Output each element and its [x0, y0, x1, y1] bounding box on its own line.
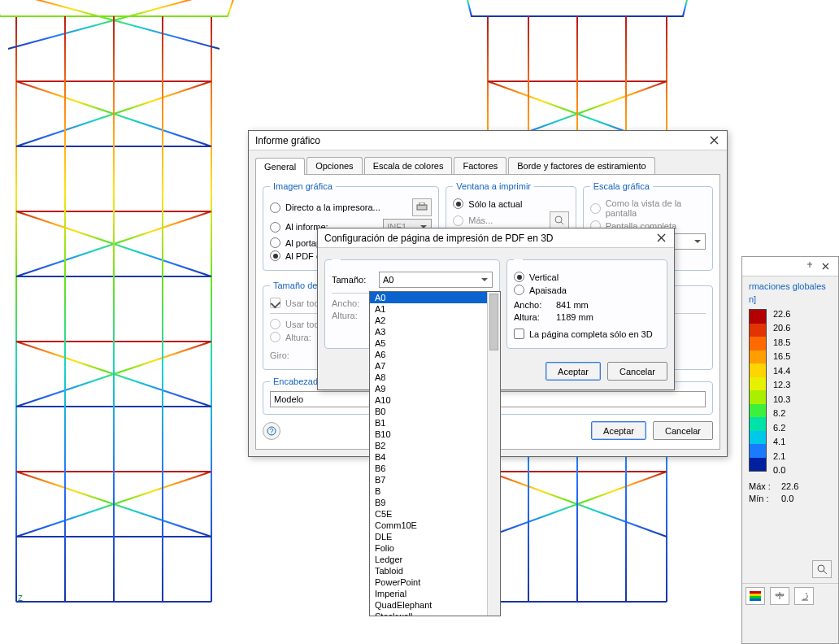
panel-pin-icon[interactable]	[806, 257, 814, 276]
legend-tick: 0.0	[773, 465, 790, 475]
balance-icon[interactable]	[770, 587, 789, 605]
combo-option[interactable]: Imperial	[370, 588, 500, 599]
combo-option[interactable]: Ledger	[370, 554, 500, 565]
combo-option[interactable]: B1	[370, 417, 500, 429]
microscope-icon[interactable]	[794, 587, 814, 605]
max-value: 22.6	[781, 481, 798, 491]
svg-point-5	[818, 565, 824, 572]
radio-al-portapapeles[interactable]	[270, 237, 280, 248]
min-label: Mín :	[749, 494, 776, 503]
tab-opciones[interactable]: Opciones	[306, 157, 362, 174]
combo-option[interactable]: B7	[370, 474, 500, 485]
results-legend-panel: rmaciones globales n] 22.620.618.516.514…	[741, 256, 839, 644]
pdf-aceptar-button[interactable]: Aceptar	[546, 362, 601, 381]
combo-option[interactable]: B2	[370, 440, 500, 451]
legend-tick: 4.1	[773, 437, 790, 446]
radio-altura	[270, 332, 280, 342]
combo-option[interactable]: DLE	[370, 531, 500, 542]
label-como: Como la vista de la pantalla	[606, 198, 706, 218]
tab-factores[interactable]: Factores	[454, 157, 506, 174]
combo-option[interactable]: A10	[370, 394, 500, 406]
cancelar-button[interactable]: Cancelar	[653, 421, 713, 440]
close-icon[interactable]	[654, 232, 667, 245]
legend-tick: 12.3	[773, 380, 790, 389]
svg-rect-0	[417, 205, 427, 210]
label-pdf: Al PDF e	[285, 251, 321, 261]
group-imagen-legend: Imagen gráfica	[270, 181, 336, 191]
svg-rect-6	[750, 591, 761, 594]
aceptar-button[interactable]: Aceptar	[591, 421, 646, 440]
svg-rect-8	[750, 596, 761, 598]
close-icon[interactable]	[819, 260, 832, 273]
browse-icon[interactable]	[550, 211, 569, 229]
tab-general[interactable]: General	[255, 158, 305, 175]
combo-option[interactable]: Folio	[370, 542, 500, 554]
label-vertical: Vertical	[529, 272, 559, 282]
label-altura-val: Altura:	[514, 312, 551, 322]
combo-option[interactable]: QuadElephant	[370, 599, 500, 611]
max-label: Máx :	[749, 481, 776, 491]
tamano-dropdown[interactable]: A0	[379, 272, 493, 288]
radio-vertical[interactable]	[514, 272, 524, 282]
combo-option[interactable]: PowerPoint	[370, 577, 500, 588]
radio-al-informe[interactable]	[270, 222, 280, 233]
combo-option[interactable]: A2	[370, 315, 500, 326]
tab-escala-colores[interactable]: Escala de colores	[364, 157, 453, 174]
group-ventana-legend: Ventana a imprimir	[453, 181, 534, 191]
scrollbar[interactable]	[487, 292, 500, 616]
legend-tick: 8.2	[773, 408, 790, 418]
printer-icon[interactable]	[412, 198, 432, 216]
combo-option[interactable]: Tabloid	[370, 565, 500, 577]
label-solo: Sólo la actual	[468, 199, 522, 209]
radio-al-pdf[interactable]	[270, 250, 280, 261]
label-ancho-val: Ancho:	[514, 300, 551, 310]
combo-option[interactable]: B9	[370, 497, 500, 508]
close-icon[interactable]	[707, 134, 720, 147]
combo-option[interactable]: A1	[370, 303, 500, 315]
check-usar-toda	[270, 298, 280, 308]
combo-option[interactable]: A8	[370, 372, 500, 383]
legend-unit: n]	[749, 294, 832, 304]
scrollbar-thumb[interactable]	[489, 294, 498, 350]
zoom-detail-icon[interactable]	[812, 560, 832, 578]
legend-values: 22.620.618.516.514.412.310.38.26.24.12.1…	[773, 309, 790, 475]
ancho-value: 841 mm	[556, 300, 589, 310]
tabs: General Opciones Escala de colores Facto…	[255, 157, 720, 175]
radio-usar-toda	[270, 319, 280, 329]
combo-option[interactable]: B6	[370, 463, 500, 474]
axis-z-label: z	[18, 592, 23, 603]
svg-point-2	[555, 216, 562, 223]
label-apaisada: Apaisada	[529, 285, 567, 295]
combo-option[interactable]: B10	[370, 429, 500, 440]
altura-value: 1189 mm	[556, 312, 593, 322]
combo-option[interactable]: A0	[370, 292, 500, 303]
radio-apaisada[interactable]	[514, 285, 524, 295]
combo-option[interactable]: A9	[370, 383, 500, 394]
combo-option[interactable]: C5E	[370, 508, 500, 520]
tamano-combo-list[interactable]: A0A1A2A3A5A6A7A8A9A10B0B1B10B2B4B6B7BB9C…	[369, 291, 501, 616]
legend-tick: 20.6	[773, 323, 790, 333]
combo-option[interactable]: Stockwell	[370, 611, 500, 616]
radio-directo-impresora[interactable]	[270, 202, 280, 213]
dialog-title: Informe gráfico	[255, 131, 320, 150]
combo-option[interactable]: A5	[370, 337, 500, 349]
label-usar-toda: Usar tod	[285, 298, 320, 308]
svg-rect-7	[750, 594, 761, 596]
combo-option[interactable]: Comm10E	[370, 520, 500, 531]
combo-option[interactable]: B4	[370, 451, 500, 463]
label-pagina-3d: La página completa sólo en 3D	[529, 329, 653, 339]
label-giro: Giro:	[270, 350, 289, 360]
help-icon[interactable]: ?	[263, 422, 280, 440]
combo-option[interactable]: B0	[370, 406, 500, 417]
pdf-cancelar-button[interactable]: Cancelar	[607, 362, 667, 381]
tab-borde[interactable]: Borde y factores de estiramiento	[508, 157, 654, 174]
combo-option[interactable]: A3	[370, 326, 500, 337]
combo-option[interactable]: A7	[370, 360, 500, 372]
legend-tick: 18.5	[773, 337, 790, 347]
legend-tick: 16.5	[773, 351, 790, 361]
combo-option[interactable]: B	[370, 485, 500, 497]
check-pagina-completa-3d[interactable]	[514, 329, 524, 339]
radio-solo-actual[interactable]	[453, 198, 463, 209]
combo-option[interactable]: A6	[370, 349, 500, 360]
legend-palette-icon[interactable]	[746, 587, 765, 605]
